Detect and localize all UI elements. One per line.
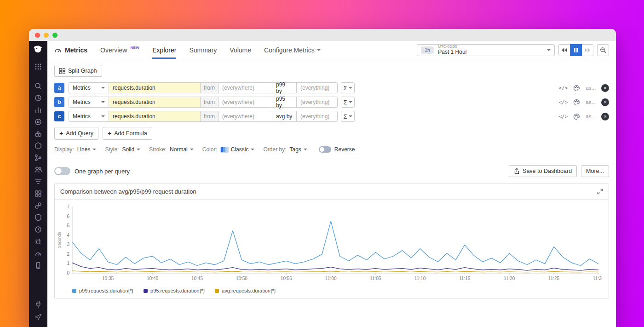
sigma-icon: Σ — [343, 99, 347, 106]
group-by-input[interactable]: (everything) — [296, 97, 338, 108]
palette-icon[interactable] — [573, 85, 580, 92]
rewind-button[interactable] — [558, 44, 570, 56]
chevron-down-icon — [349, 87, 352, 89]
as-function-button[interactable]: as... — [586, 85, 596, 91]
close-icon: × — [604, 100, 606, 105]
query-source-select[interactable]: Metrics — [69, 82, 109, 93]
group-by-input[interactable]: (everything) — [296, 82, 338, 93]
save-to-dashboard-button[interactable]: Save to Dashboard — [509, 165, 577, 177]
split-graph-row: Split Graph — [47, 59, 616, 78]
tab-overview[interactable]: OverviewNEW — [100, 41, 139, 59]
remove-query-button[interactable]: × — [601, 84, 609, 92]
zoom-out-button[interactable] — [597, 44, 609, 56]
datadog-logo[interactable] — [32, 44, 44, 56]
stroke-select[interactable]: Normal — [170, 146, 194, 153]
one-graph-per-query-toggle[interactable] — [54, 167, 70, 175]
tab-volume[interactable]: Volume — [230, 41, 251, 59]
metric-name-input[interactable]: requests.duration — [109, 111, 201, 122]
tab-summary-label: Summary — [189, 46, 217, 54]
code-icon[interactable]: </> — [558, 85, 568, 91]
display-select[interactable]: Lines — [77, 146, 97, 153]
metric-name-input[interactable]: requests.duration — [109, 82, 201, 93]
metric-name-input[interactable]: requests.duration — [109, 97, 201, 108]
aggregator-select[interactable]: avg by — [272, 111, 297, 122]
tab-explorer[interactable]: Explorer — [152, 41, 176, 59]
space-aggregation-button[interactable]: Σ — [341, 97, 355, 108]
search-icon[interactable] — [34, 80, 42, 92]
legend-item-p99[interactable]: p99:requests.duration{*} — [72, 288, 133, 293]
pause-button[interactable] — [570, 44, 582, 56]
scope-filter-input[interactable]: (everywhere) — [218, 97, 272, 108]
logs-icon[interactable] — [34, 176, 42, 188]
color-palette-swatch — [220, 147, 229, 153]
space-aggregation-button[interactable]: Σ — [341, 111, 355, 122]
metrics-bars-icon[interactable] — [34, 104, 42, 116]
history-icon[interactable] — [34, 92, 42, 104]
tab-summary[interactable]: Summary — [189, 41, 217, 59]
as-function-button[interactable]: as... — [586, 99, 596, 105]
code-icon[interactable]: </> — [558, 114, 568, 120]
forward-button[interactable] — [581, 44, 593, 56]
users-icon[interactable] — [34, 164, 42, 176]
gauge-icon[interactable] — [34, 247, 42, 259]
style-select[interactable]: Solid — [122, 146, 140, 153]
scope-filter-input[interactable]: (everywhere) — [218, 82, 272, 93]
synthetics-icon[interactable] — [34, 200, 42, 212]
ci-pipelines-icon[interactable] — [34, 152, 42, 164]
scope-filter-input[interactable]: (everywhere) — [218, 111, 272, 122]
hunt-icon[interactable] — [34, 128, 42, 140]
legend-item-avg[interactable]: avg:requests.duration{*} — [215, 288, 276, 293]
query-letter-badge[interactable]: a — [54, 83, 64, 93]
time-range-selector[interactable]: 1h UTC-05:00 Past 1 Hour — [417, 44, 555, 56]
watchdog-icon[interactable] — [34, 116, 42, 128]
integrations-plug-icon[interactable] — [34, 298, 42, 310]
space-aggregation-button[interactable]: Σ — [341, 82, 355, 93]
tab-volume-label: Volume — [230, 46, 251, 54]
remove-query-button[interactable]: × — [601, 98, 609, 106]
bug-icon[interactable] — [34, 235, 42, 247]
remove-query-button[interactable]: × — [601, 113, 609, 120]
aggregator-select[interactable]: p95 by — [272, 97, 297, 108]
reverse-toggle[interactable] — [319, 146, 331, 153]
app-window: Metrics OverviewNEW Explorer Summary Vol… — [29, 29, 616, 327]
group-by-input[interactable]: (everything) — [296, 111, 338, 122]
display-value: Lines — [77, 146, 91, 153]
timeseries-chart[interactable]: 0123456710:3510:4010:4510:5010:5511:0011… — [57, 203, 602, 288]
svg-text:7: 7 — [67, 204, 69, 209]
svg-text:10:55: 10:55 — [281, 276, 292, 281]
query-source-select[interactable]: Metrics — [69, 97, 109, 108]
expand-icon[interactable] — [597, 189, 603, 195]
apps-grid-icon[interactable] — [34, 61, 42, 73]
code-icon[interactable]: </> — [558, 99, 568, 105]
add-formula-button[interactable]: + Add Formula — [103, 127, 152, 140]
monitors-clock-icon[interactable] — [34, 224, 42, 235]
window-minimize-button[interactable] — [44, 33, 49, 38]
order-by-select[interactable]: Tags — [289, 146, 307, 153]
svg-text:11:25: 11:25 — [548, 276, 560, 281]
as-function-button[interactable]: as... — [586, 114, 596, 119]
setup-plane-icon[interactable] — [34, 310, 42, 322]
dashboards-icon[interactable] — [34, 188, 42, 200]
order-by-label: Order by: — [263, 146, 286, 153]
infrastructure-icon[interactable] — [34, 140, 42, 152]
split-graph-button[interactable]: Split Graph — [54, 65, 102, 77]
legend-item-p95[interactable]: p95:requests.duration{*} — [144, 288, 205, 293]
window-close-button[interactable] — [35, 33, 40, 38]
query-letter-badge[interactable]: c — [54, 111, 64, 121]
rum-mobile-icon[interactable] — [34, 259, 42, 271]
palette-icon[interactable] — [573, 99, 580, 106]
more-button[interactable]: More... — [581, 165, 609, 177]
sigma-icon: Σ — [343, 113, 347, 120]
security-shield-icon[interactable] — [34, 212, 42, 224]
color-select[interactable]: Classic — [220, 146, 255, 153]
tab-configure-metrics[interactable]: Configure Metrics — [264, 41, 321, 59]
window-maximize-button[interactable] — [52, 33, 58, 38]
chevron-down-icon — [101, 115, 105, 117]
style-value: Solid — [122, 146, 134, 153]
add-query-button[interactable]: + Add Query — [54, 127, 98, 140]
palette-icon[interactable] — [573, 113, 580, 120]
aggregator-select[interactable]: p99 by — [272, 82, 297, 93]
query-letter-badge[interactable]: b — [54, 97, 64, 107]
svg-text:11:05: 11:05 — [370, 276, 381, 281]
query-source-select[interactable]: Metrics — [69, 111, 109, 122]
